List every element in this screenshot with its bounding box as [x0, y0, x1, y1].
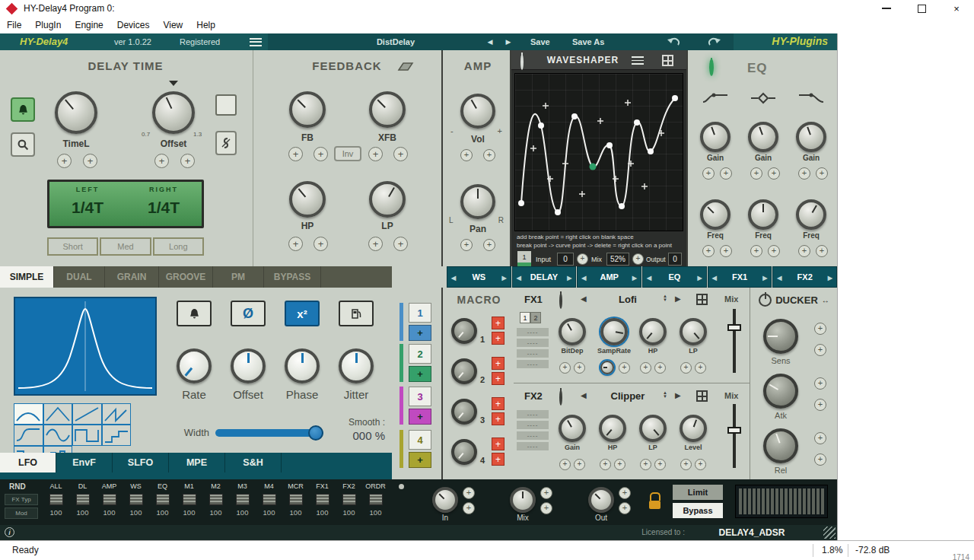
menu-icon[interactable] [250, 38, 262, 46]
macro1-add-button[interactable]: + [492, 317, 505, 329]
plus-button[interactable] [814, 399, 826, 411]
tab-eq[interactable]: EQ [642, 266, 707, 288]
plus-button[interactable] [632, 253, 644, 265]
close-button[interactable]: × [939, 0, 974, 17]
mod4-number[interactable]: 4 [409, 430, 431, 450]
plus-button[interactable] [288, 237, 303, 251]
plus-button[interactable] [750, 245, 762, 257]
mod4-add-button[interactable]: + [409, 452, 431, 468]
fx1-hp-knob[interactable] [639, 318, 667, 345]
plus-button[interactable] [619, 362, 630, 374]
eq-freq1-knob[interactable] [700, 199, 730, 230]
rnd-col-value[interactable]: 100 [43, 508, 69, 517]
ws-mix-value[interactable]: 52% [606, 253, 629, 266]
preset-prev-icon[interactable]: ◀ [482, 36, 498, 48]
tab-ws[interactable]: WS [447, 266, 511, 288]
plus-button[interactable] [814, 344, 826, 356]
waveshaper-power-button[interactable] [520, 54, 524, 70]
plus-button[interactable] [695, 459, 706, 470]
rnd-col-stepper[interactable] [49, 494, 63, 505]
rnd-col-stepper[interactable] [129, 494, 143, 505]
plus-button[interactable] [540, 502, 552, 514]
waveshaper-graph[interactable] [514, 73, 683, 231]
inv-button[interactable]: Inv [334, 146, 361, 161]
fx2-power-button[interactable] [559, 390, 562, 406]
macro2-knob[interactable] [451, 358, 477, 384]
rnd-col-stepper[interactable] [103, 494, 116, 505]
rnd-col-stepper[interactable] [236, 494, 250, 505]
menu-devices[interactable]: Devices [110, 20, 157, 30]
ducker-atk-knob[interactable] [763, 374, 798, 409]
next-icon[interactable] [502, 272, 507, 282]
ducker-sens-knob[interactable] [763, 319, 798, 354]
shape-sine[interactable] [43, 425, 73, 446]
fx1-page1-button[interactable]: 1 [520, 312, 530, 323]
eraser-icon[interactable] [396, 61, 415, 72]
lfo-phase-invert-button[interactable]: Ø [231, 301, 266, 326]
fx2-slot[interactable]: ---- [517, 431, 549, 440]
tab-amp[interactable]: AMP [577, 266, 641, 288]
plus-button[interactable] [814, 323, 826, 335]
eq-gain2-knob[interactable] [748, 122, 778, 152]
lfo-width-slider[interactable] [215, 429, 323, 437]
prev-icon[interactable] [777, 272, 781, 282]
out-knob[interactable] [588, 487, 614, 513]
menu-plugin[interactable]: PlugIn [28, 20, 68, 30]
fx1-type[interactable]: Lofi [597, 294, 658, 305]
plus-button[interactable] [154, 154, 169, 168]
rnd-col-value[interactable]: 100 [149, 508, 176, 517]
lfo-width-slider-handle[interactable] [308, 425, 323, 441]
fx1-slot[interactable]: ---- [517, 328, 549, 336]
plus-button[interactable] [368, 237, 383, 251]
plus-button[interactable] [768, 245, 780, 257]
mod-button[interactable]: Mod [5, 508, 38, 519]
plus-button[interactable] [393, 237, 408, 251]
prev-icon[interactable] [517, 272, 521, 282]
lfo-phase-knob[interactable] [285, 348, 320, 383]
tab-bypass[interactable]: BYPASS [264, 266, 321, 288]
waveshaper-menu-icon[interactable] [632, 56, 644, 65]
timel-knob[interactable] [55, 91, 97, 134]
waveshaper-expand-icon[interactable] [662, 55, 673, 66]
plus-button[interactable] [314, 147, 328, 161]
lfo-sync-button[interactable] [177, 301, 212, 326]
fx1-page2-button[interactable]: 2 [530, 312, 541, 323]
rnd-col-stepper[interactable] [289, 494, 303, 505]
fx2-gain-knob[interactable] [559, 415, 586, 442]
tab-groove[interactable]: GROOVE [159, 266, 213, 288]
plus-button[interactable] [654, 362, 666, 374]
offset-knob[interactable] [152, 91, 195, 134]
rnd-col-stepper[interactable] [369, 494, 383, 505]
plus-button[interactable] [57, 154, 72, 168]
fx1-mix-handle[interactable] [727, 324, 741, 331]
lfo-fuel-button[interactable] [339, 301, 374, 326]
rnd-col-stepper[interactable] [342, 494, 356, 505]
lfo-smooth-value[interactable]: 000 % [327, 429, 385, 442]
menu-engine[interactable]: Engine [68, 20, 110, 30]
fb-lp-knob[interactable] [369, 181, 406, 218]
menu-view[interactable]: View [156, 20, 189, 30]
rnd-col-stepper[interactable] [209, 494, 223, 505]
mix-knob[interactable] [510, 487, 536, 513]
next-icon[interactable] [698, 272, 702, 282]
tab-mpe[interactable]: MPE [169, 453, 225, 473]
link-checkbox[interactable] [215, 94, 237, 116]
rnd-col-stepper[interactable] [156, 494, 170, 505]
mod1-number[interactable]: 1 [409, 303, 431, 323]
plus-button[interactable] [720, 167, 732, 180]
macro2-add-button[interactable]: + [492, 357, 505, 370]
save-as-button[interactable]: Save As [572, 37, 604, 46]
macro4-add-button[interactable]: + [492, 438, 505, 450]
shape-ramp-up[interactable] [72, 403, 102, 425]
prev-icon[interactable] [581, 272, 586, 282]
plus-button[interactable] [574, 362, 585, 374]
tab-slfo[interactable]: SLFO [113, 453, 169, 473]
tab-fx1[interactable]: FX1 [708, 266, 772, 288]
in-knob[interactable] [432, 487, 458, 513]
fx1-lp-knob[interactable] [680, 318, 707, 345]
plus-button[interactable] [702, 245, 715, 257]
ducker-route-icon[interactable]: ↔ [822, 296, 829, 304]
plus-button[interactable] [640, 459, 651, 470]
rnd-col-stepper[interactable] [76, 494, 90, 505]
plus-button[interactable] [180, 154, 195, 168]
